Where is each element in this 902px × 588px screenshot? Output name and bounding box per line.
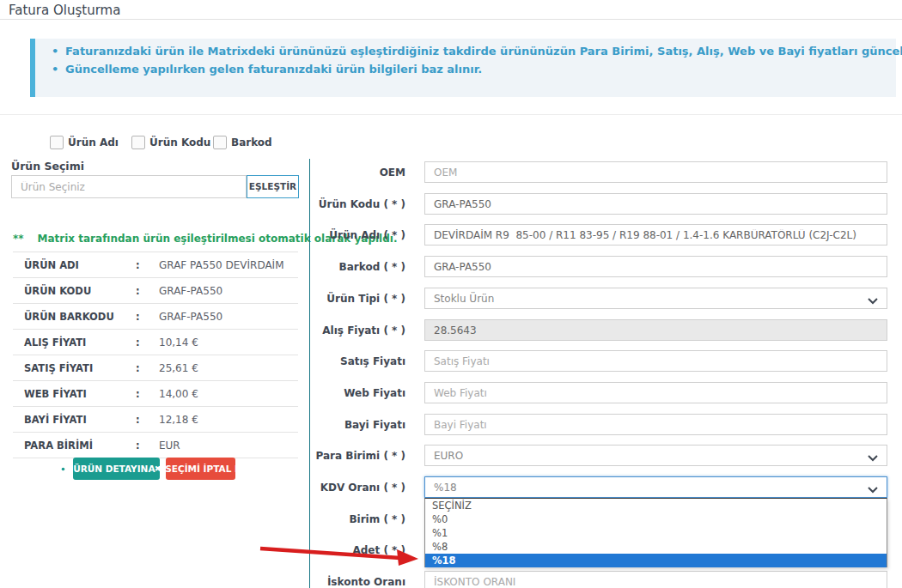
para-birimi-label: Para Birimi ( * ) bbox=[302, 450, 405, 462]
checkbox-barkod-label: Barkod bbox=[231, 136, 272, 149]
notice-text-2: Güncelleme yapılırken gelen faturanızdak… bbox=[65, 63, 482, 76]
section-divider bbox=[0, 114, 902, 115]
notice-accent-bar bbox=[30, 39, 35, 97]
table-row: ÜRÜN KODU : GRAF-PA550 bbox=[13, 277, 298, 303]
x-icon: ✖ bbox=[155, 464, 162, 473]
chevron-down-icon bbox=[868, 484, 878, 496]
product-selection-input[interactable] bbox=[11, 175, 247, 198]
oem-label: OEM bbox=[302, 167, 405, 179]
adet-label: Adet ( * ) bbox=[302, 544, 405, 556]
chevron-down-icon bbox=[868, 452, 878, 464]
alis-fiyati-label: Alış Fiyatı ( * ) bbox=[302, 324, 405, 336]
bayi-fiyati-input[interactable] bbox=[424, 414, 887, 435]
checkbox-urun-kodu[interactable] bbox=[131, 136, 145, 149]
bullet-dot-icon: • bbox=[52, 63, 65, 76]
table-row: ÜRÜN ADI : GRAF PA550 DEVİRDAİM bbox=[13, 252, 298, 277]
eye-icon bbox=[58, 465, 69, 473]
para-birimi-select[interactable]: EURO bbox=[424, 445, 887, 466]
header-divider bbox=[0, 19, 902, 20]
notice-bullet-1: •Faturanızdaki ürün ile Matrixdeki ürünü… bbox=[52, 45, 902, 58]
checkbox-urun-adi-label: Ürün Adı bbox=[68, 136, 119, 149]
match-button[interactable]: EŞLEŞTİR bbox=[247, 175, 299, 198]
invoice-creation-page: Fatura Oluşturma •Faturanızdaki ürün ile… bbox=[0, 0, 902, 588]
bullet-dot-icon: • bbox=[52, 45, 65, 58]
note-asterisks: ** bbox=[13, 233, 24, 245]
urun-adi-input[interactable] bbox=[424, 224, 887, 246]
cancel-selection-button[interactable]: ✖ SEÇİMİ İPTAL ET bbox=[166, 458, 235, 480]
urun-tipi-label: Ürün Tipi ( * ) bbox=[302, 293, 405, 305]
dropdown-option-18[interactable]: %18 bbox=[425, 554, 887, 567]
kdv-dropdown-list: SEÇİNİZ %0 %1 %8 %18 bbox=[424, 498, 887, 567]
bayi-fiyati-label: Bayi Fiyatı bbox=[302, 419, 405, 431]
table-row: WEB FİYATI : 14,00 € bbox=[13, 380, 298, 406]
table-row: BAYİ FİYATI : 12,18 € bbox=[13, 406, 298, 432]
satis-fiyati-label: Satış Fiyatı bbox=[302, 355, 405, 367]
barkod-label: Barkod ( * ) bbox=[302, 261, 405, 273]
table-row: SATIŞ FİYATI : 25,61 € bbox=[13, 355, 298, 380]
notice-text-1: Faturanızdaki ürün ile Matrixdeki ürünün… bbox=[65, 45, 902, 58]
web-fiyati-label: Web Fiyatı bbox=[302, 387, 405, 399]
urun-kodu-label: Ürün Kodu ( * ) bbox=[302, 198, 405, 210]
chevron-down-icon bbox=[868, 295, 878, 307]
product-selection-label: Ürün Seçimi bbox=[11, 160, 84, 173]
kdv-orani-select[interactable]: %18 bbox=[424, 476, 887, 498]
iskonto-orani-input[interactable] bbox=[424, 571, 887, 588]
checkbox-barkod[interactable] bbox=[213, 136, 227, 149]
iskonto-orani-label: İskonto Oranı bbox=[302, 576, 405, 588]
matched-product-table: ÜRÜN ADI : GRAF PA550 DEVİRDAİM ÜRÜN KOD… bbox=[13, 252, 298, 458]
table-row: PARA BİRİMİ : EUR bbox=[13, 432, 298, 458]
table-row: ÜRÜN BARKODU : GRAF-PA550 bbox=[13, 303, 298, 329]
web-fiyati-input[interactable] bbox=[424, 382, 887, 403]
checkbox-urun-kodu-label: Ürün Kodu bbox=[149, 136, 210, 149]
kdv-orani-label: KDV Oranı ( * ) bbox=[302, 482, 405, 494]
dropdown-option-0[interactable]: %0 bbox=[425, 512, 887, 526]
goto-product-detail-button[interactable]: ÜRÜN DETAYINA GİT bbox=[73, 458, 160, 480]
dropdown-option-seciniz[interactable]: SEÇİNİZ bbox=[425, 499, 887, 512]
oem-input[interactable] bbox=[424, 161, 887, 183]
dropdown-option-1[interactable]: %1 bbox=[425, 526, 887, 540]
dropdown-option-8[interactable]: %8 bbox=[425, 540, 887, 554]
urun-tipi-select[interactable]: Stoklu Ürün bbox=[424, 288, 887, 309]
barkod-input[interactable] bbox=[424, 256, 887, 277]
page-title: Fatura Oluşturma bbox=[9, 3, 120, 18]
birim-label: Birim ( * ) bbox=[302, 513, 405, 525]
table-row: ALIŞ FİYATI : 10,14 € bbox=[13, 329, 298, 355]
urun-adi-label: Ürün Adı ( * ) bbox=[302, 229, 405, 241]
alis-fiyati-input bbox=[424, 319, 887, 341]
urun-kodu-input[interactable] bbox=[424, 193, 887, 215]
checkbox-urun-adi[interactable] bbox=[50, 136, 64, 149]
satis-fiyati-input[interactable] bbox=[424, 350, 887, 372]
notice-bullet-2: •Güncelleme yapılırken gelen faturanızda… bbox=[52, 63, 482, 76]
